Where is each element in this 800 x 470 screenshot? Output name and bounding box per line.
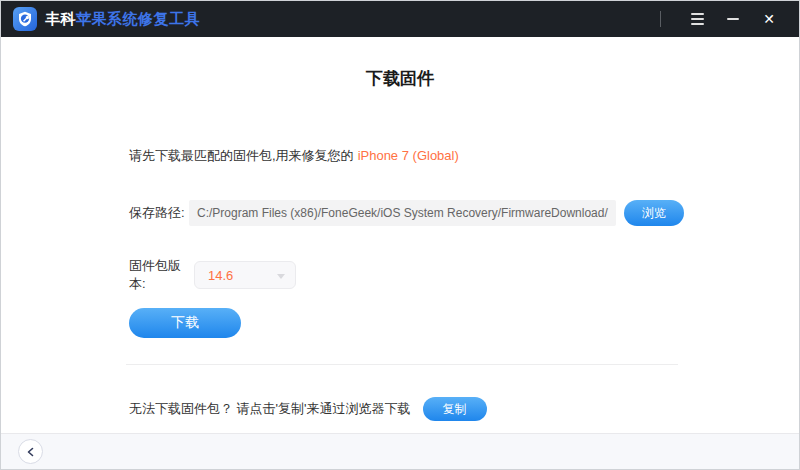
- intro-text: 请先下载最匹配的固件包,用来修复您的iPhone 7 (Global): [129, 147, 459, 165]
- copy-help-text: 无法下载固件包？ 请点击'复制'来通过浏览器下载: [129, 400, 411, 418]
- browse-button[interactable]: 浏览: [624, 200, 684, 226]
- shield-wrench-icon: [17, 11, 33, 27]
- firmware-version-label: 固件包版本:: [129, 257, 194, 293]
- firmware-version-row: 固件包版本: 14.6: [129, 257, 296, 293]
- minimize-button[interactable]: [715, 1, 751, 37]
- close-button[interactable]: ✕: [751, 1, 787, 37]
- app-window: 丰科苹果系统修复工具 ✕ 下载固件 请先下载最匹配的固件包,用来修复您的iPho…: [0, 0, 800, 470]
- save-path-label: 保存路径:: [129, 204, 189, 222]
- download-button[interactable]: 下载: [129, 308, 241, 338]
- app-title-primary: 丰科: [45, 10, 76, 27]
- copy-help-row: 无法下载固件包？ 请点击'复制'来通过浏览器下载 复制: [129, 397, 487, 421]
- section-divider: [126, 364, 678, 365]
- titlebar-separator: [660, 11, 661, 27]
- hamburger-icon: [691, 13, 704, 25]
- app-title: 丰科苹果系统修复工具: [45, 10, 200, 29]
- app-title-secondary: 苹果系统修复工具: [76, 10, 200, 27]
- main-content: 下载固件 请先下载最匹配的固件包,用来修复您的iPhone 7 (Global)…: [1, 37, 799, 435]
- chevron-left-icon: [26, 447, 36, 457]
- save-path-input[interactable]: C:/Program Files (x86)/FoneGeek/iOS Syst…: [189, 200, 616, 226]
- titlebar-controls: ✕: [660, 1, 787, 37]
- save-path-row: 保存路径: C:/Program Files (x86)/FoneGeek/iO…: [129, 200, 685, 226]
- menu-button[interactable]: [679, 1, 715, 37]
- device-name: iPhone 7 (Global): [358, 148, 459, 163]
- minimize-icon: [727, 18, 739, 20]
- app-logo-icon: [13, 7, 37, 31]
- page-title: 下载固件: [1, 67, 799, 90]
- back-button[interactable]: [18, 439, 43, 464]
- close-icon: ✕: [763, 11, 775, 27]
- firmware-version-value: 14.6: [208, 268, 233, 283]
- footer-bar: [1, 433, 799, 469]
- copy-button[interactable]: 复制: [423, 397, 487, 421]
- intro-message: 请先下载最匹配的固件包,用来修复您的: [129, 148, 354, 163]
- firmware-version-select[interactable]: 14.6: [194, 261, 296, 289]
- chevron-down-icon: [277, 274, 285, 279]
- titlebar: 丰科苹果系统修复工具 ✕: [1, 1, 799, 37]
